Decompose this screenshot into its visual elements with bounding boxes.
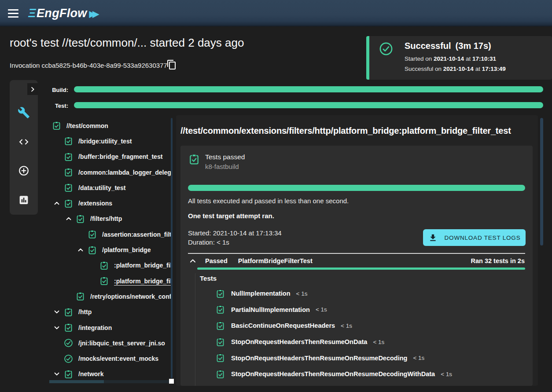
rail-expand-button[interactable]	[27, 83, 38, 95]
tree-item[interactable]: /jni:libquic_test_server_jni.so	[49, 335, 172, 351]
tree-item[interactable]: /assertion:assertion_filter_t	[49, 227, 172, 242]
tree-item[interactable]: /bridge:utility_test	[49, 133, 172, 149]
tree-item-label: /http	[78, 308, 92, 315]
test-case-duration: < 1s	[316, 306, 327, 313]
tree-item[interactable]: /integration	[49, 320, 172, 335]
tree-item-label: /retry/options/network_config	[90, 293, 172, 300]
tree-item[interactable]: /extensions	[49, 195, 172, 211]
test-target-title: //test/common/extensions/filters/http/pl…	[180, 126, 534, 136]
test-case-name: StopOnRequestHeadersThenResumeOnResumeDe…	[231, 355, 407, 362]
tree-item[interactable]: /platform_bridge	[49, 242, 172, 257]
add-circle-icon[interactable]	[18, 165, 29, 176]
invocation-id: Invocation ccba5825-b46b-403e-8a99-533a9…	[10, 62, 167, 69]
tree-item[interactable]: /retry/options/network_config	[49, 289, 172, 304]
tree-vertical-scrollbar[interactable]	[171, 118, 173, 378]
app: Ξ EngFlow ▶▶ root's test //test/common/.…	[0, 0, 552, 392]
tree-item[interactable]: //test/common	[49, 118, 172, 133]
test-case-row: PartialNullImplementation< 1s	[180, 302, 533, 318]
tree-item[interactable]: /data:utility_test	[49, 180, 172, 195]
test-case-row: BasicContinueOnRequestHeaders< 1s	[180, 318, 533, 334]
clipboard-check-icon	[64, 323, 73, 332]
suite-header-row[interactable]: Passed PlatformBridgeFilterTest Ran 32 t…	[188, 256, 525, 266]
status-title: Successful(3m 17s)	[405, 41, 491, 51]
duration-text: Duration: < 1s	[188, 238, 229, 246]
chevron-up-icon[interactable]	[65, 215, 76, 223]
tree-item-label: //test/common	[66, 122, 108, 129]
tree-item-label: /data:utility_test	[78, 184, 125, 191]
chevron-up-icon[interactable]	[53, 199, 64, 207]
wrench-icon[interactable]	[18, 106, 30, 119]
tree-item[interactable]: /common:lambda_logger_delega	[49, 165, 172, 180]
clipboard-check-icon	[64, 136, 73, 146]
clipboard-check-icon	[76, 292, 85, 301]
test-case-row: StopOnRequestHeadersThenResumeOnResumeDe…	[180, 350, 533, 366]
chevron-up-icon[interactable]	[77, 246, 88, 254]
logo-mark-icon: Ξ	[28, 7, 36, 20]
tree-item-label: /bridge:utility_test	[78, 138, 132, 145]
tree-item-label: /integration	[78, 324, 112, 331]
build-progress-label: Build:	[44, 87, 68, 93]
clipboard-check-icon	[216, 370, 225, 379]
tree-item[interactable]: /http	[49, 304, 172, 320]
chevron-down-icon[interactable]	[53, 308, 64, 316]
test-case-duration: < 1s	[413, 355, 424, 361]
test-case-name: BasicContinueOnRequestHeaders	[231, 322, 335, 329]
tests-summary-text: All tests executed and passed in less th…	[188, 197, 349, 205]
build-status-card: Successful(3m 17s) Started on 2021-10-14…	[366, 36, 552, 80]
test-detail-panel: //test/common/extensions/filters/http/pl…	[176, 115, 538, 386]
test-case-name: StopOnRequestHeadersThenResumeOnData	[231, 338, 367, 345]
top-bar: Ξ EngFlow ▶▶	[0, 0, 552, 26]
divider	[188, 253, 525, 254]
tree-item[interactable]: :platform_bridge_filter_int	[49, 258, 172, 273]
chevron-down-icon[interactable]	[53, 324, 64, 332]
clipboard-check-icon	[52, 121, 61, 130]
clipboard-check-icon	[64, 370, 73, 379]
clipboard-check-icon	[99, 276, 109, 286]
tree-item-label: /filters/http	[90, 215, 122, 222]
tree-item[interactable]: /network	[49, 366, 172, 379]
copy-icon[interactable]	[166, 59, 177, 70]
left-icon-rail	[10, 80, 38, 215]
status-duration: (3m 17s)	[456, 41, 491, 51]
chevron-right-icon	[29, 86, 36, 93]
tree-item[interactable]: /mocks/event:event_mocks	[49, 351, 172, 366]
chevron-up-icon[interactable]	[188, 256, 197, 265]
tree-horizontal-scrollbar[interactable]	[49, 380, 104, 383]
clipboard-check-icon	[216, 337, 225, 347]
tree-item[interactable]: /buffer:bridge_fragment_test	[49, 149, 172, 165]
tree-item[interactable]: /filters/http	[49, 211, 172, 227]
clipboard-check-icon	[76, 214, 85, 223]
tests-passed-label: Tests passed	[205, 153, 245, 161]
tree-item-label: /assertion:assertion_filter_t	[102, 231, 172, 238]
tree-item[interactable]: :platform_bridge_filter_tes	[49, 273, 172, 289]
test-progress-label: Test:	[44, 103, 68, 109]
download-icon	[428, 233, 438, 242]
page-title: root's test //test/common/... started 2 …	[10, 36, 244, 50]
tree-scrollbar-corner	[169, 379, 174, 384]
test-case-duration: < 1s	[373, 339, 384, 345]
test-case-name: PartialNullImplementation	[231, 306, 310, 313]
chevron-down-icon[interactable]	[53, 370, 64, 378]
download-test-logs-button[interactable]: DOWNLOAD TEST LOGS	[423, 229, 526, 246]
test-case-duration: < 1s	[341, 322, 352, 329]
status-finished-line: Successful on 2021-10-14 at 17:13:49	[405, 66, 506, 72]
test-case-name: StopOnRequestHeadersThenResumeOnResumeDe…	[231, 370, 435, 377]
hamburger-menu-icon[interactable]	[8, 7, 20, 19]
suite-status: Passed	[205, 257, 228, 264]
test-detail-card: Tests passed k8-fastbuild All tests exec…	[180, 146, 533, 386]
bar-chart-icon[interactable]	[18, 194, 29, 205]
clipboard-check-icon	[64, 168, 73, 177]
clipboard-check-icon	[99, 261, 109, 270]
success-check-icon	[379, 42, 393, 56]
logo-arrows-icon: ▶▶	[89, 9, 96, 19]
engflow-logo[interactable]: Ξ EngFlow ▶▶	[28, 7, 96, 20]
clipboard-check-icon	[64, 152, 73, 161]
clipboard-check-icon	[216, 289, 225, 298]
main-vertical-scrollbar[interactable]	[540, 118, 543, 245]
code-icon[interactable]	[18, 136, 29, 147]
test-progress-bar	[74, 102, 543, 108]
tree-item-label: /extensions	[78, 200, 112, 207]
tests-progress-bar	[188, 185, 525, 191]
tree-item-label: /mocks/event:event_mocks	[78, 355, 158, 362]
circle-check-icon	[64, 338, 73, 348]
